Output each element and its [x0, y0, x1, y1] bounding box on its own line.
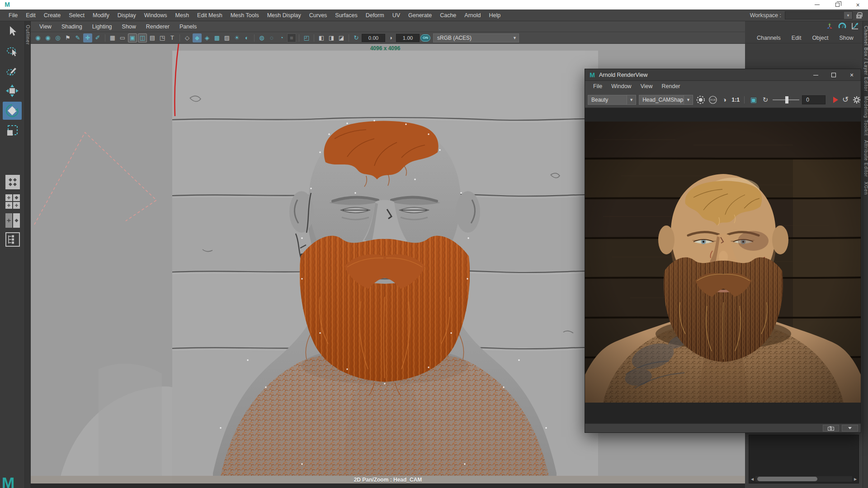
bookmark-icon[interactable]: ⚑: [63, 33, 72, 42]
tab-attribute-editor[interactable]: Attribute Editor: [863, 140, 868, 177]
arnold-renderview-window[interactable]: M Arnold RenderView × File Window View R…: [585, 69, 861, 433]
close-button[interactable]: ×: [848, 0, 868, 9]
camera-attributes-icon[interactable]: ◎: [53, 33, 62, 42]
textured-icon[interactable]: ▩: [212, 33, 222, 42]
exposure-field[interactable]: 0.00: [362, 34, 385, 42]
lasso-tool[interactable]: [3, 42, 22, 60]
tab-xgen[interactable]: XGen: [863, 182, 868, 195]
menu-curves[interactable]: Curves: [305, 12, 331, 19]
stacked-squares-icon[interactable]: ◧: [317, 33, 326, 42]
panel-menu-lighting[interactable]: Lighting: [87, 23, 117, 30]
arnold-title-bar[interactable]: M Arnold RenderView ×: [585, 69, 861, 81]
refresh-icon[interactable]: ↻: [352, 33, 361, 42]
layout-four-pane-button[interactable]: [5, 194, 21, 209]
background-checker-icon[interactable]: ◑: [720, 95, 729, 105]
workspace-dropdown[interactable]: ▼: [785, 11, 853, 19]
menu-help[interactable]: Help: [485, 12, 505, 19]
panel-menu-panels[interactable]: Panels: [175, 23, 202, 30]
restore-button[interactable]: [827, 0, 848, 9]
channel-object-menu[interactable]: Object: [807, 35, 834, 41]
film-gate-icon[interactable]: ▭: [118, 33, 127, 42]
horizontal-scrollbar[interactable]: ◀ ▶: [749, 476, 859, 482]
rotate-tool[interactable]: [3, 102, 22, 120]
menu-uv[interactable]: UV: [388, 12, 404, 19]
gamma-field[interactable]: 1.00: [396, 34, 420, 42]
menu-mesh[interactable]: Mesh: [171, 12, 193, 19]
menu-file[interactable]: File: [5, 12, 22, 19]
menu-cache[interactable]: Cache: [436, 12, 460, 19]
menu-deform[interactable]: Deform: [362, 12, 388, 19]
camera-dropdown[interactable]: Head_CAMShape ▼: [639, 95, 693, 105]
gate-mask-icon[interactable]: ◫: [138, 33, 147, 42]
panel-menu-view[interactable]: View: [34, 23, 57, 30]
pen-square-icon[interactable]: ◪: [337, 33, 346, 42]
channel-edit-menu[interactable]: Edit: [786, 35, 807, 41]
safe-title-icon[interactable]: T: [168, 33, 177, 42]
motion-blur-icon[interactable]: ◌: [267, 33, 276, 42]
tab-outliner[interactable]: Outliner: [25, 25, 31, 45]
safe-action-icon[interactable]: ◳: [158, 33, 167, 42]
wireframe-on-shaded-icon[interactable]: ◈: [203, 33, 212, 42]
menu-edit-mesh[interactable]: Edit Mesh: [193, 12, 226, 19]
grease-pencil-icon[interactable]: ✎: [73, 33, 82, 42]
isolate-select-icon[interactable]: ◰: [302, 33, 311, 42]
menu-windows[interactable]: Windows: [140, 12, 171, 19]
select-camera-icon[interactable]: ◉: [33, 33, 42, 42]
default-material-icon[interactable]: ▨: [222, 33, 231, 42]
menu-generate[interactable]: Generate: [404, 12, 436, 19]
anti-aliasing-icon[interactable]: ◔: [277, 33, 286, 42]
menu-mesh-tools[interactable]: Mesh Tools: [226, 12, 263, 19]
minimize-button[interactable]: [807, 0, 827, 9]
menu-select[interactable]: Select: [65, 12, 89, 19]
menu-edit[interactable]: Edit: [22, 12, 40, 19]
layout-outliner-button[interactable]: [5, 232, 21, 247]
pan-zoom-icon[interactable]: ✚: [83, 33, 92, 42]
paint-select-tool[interactable]: [3, 62, 22, 80]
brush-icon[interactable]: ✐: [93, 33, 102, 42]
scroll-right-icon[interactable]: ▶: [852, 477, 859, 481]
slider-thumb[interactable]: [785, 96, 788, 103]
layout-single-pane-button[interactable]: [5, 174, 21, 190]
resolution-gate-icon[interactable]: ▣: [128, 33, 137, 42]
grid-icon[interactable]: ▦: [108, 33, 117, 42]
channels-menu[interactable]: Channels: [751, 35, 786, 41]
wireframe-icon[interactable]: ◇: [183, 33, 192, 42]
debug-slider[interactable]: [773, 99, 799, 100]
menu-display[interactable]: Display: [113, 12, 140, 19]
arnold-render-area[interactable]: [585, 108, 861, 424]
aov-dropdown[interactable]: Beauty ▼: [588, 95, 636, 105]
snapshot-expand-button[interactable]: [842, 425, 858, 432]
field-chart-icon[interactable]: ▤: [148, 33, 157, 42]
exposure-toggle-icon[interactable]: ■: [287, 33, 296, 42]
arnold-menu-file[interactable]: File: [589, 83, 607, 89]
colorspace-dropdown[interactable]: sRGB (ACES) ▼: [433, 33, 519, 42]
arnold-close-button[interactable]: ×: [843, 69, 861, 81]
start-ipr-icon[interactable]: [833, 97, 838, 103]
color-management-toggle[interactable]: ON: [420, 34, 430, 42]
scrollbar-track[interactable]: [755, 476, 852, 482]
channel-show-menu[interactable]: Show: [834, 35, 859, 41]
lock-camera-icon[interactable]: ◉: [43, 33, 52, 42]
ssao-icon[interactable]: ◍: [257, 33, 266, 42]
menu-create[interactable]: Create: [40, 12, 65, 19]
tab-channel-box[interactable]: Channel Box / Layer Editor: [863, 26, 868, 92]
gear-icon[interactable]: [853, 95, 861, 104]
menu-arnold[interactable]: Arnold: [460, 12, 485, 19]
arnold-maximize-button[interactable]: [825, 69, 843, 81]
snapshot-camera-button[interactable]: [823, 425, 839, 432]
render-region-icon[interactable]: ▣: [749, 95, 758, 105]
panel-menu-renderer[interactable]: Renderer: [141, 23, 175, 30]
continuous-update-icon[interactable]: ↺: [841, 95, 850, 105]
panel-menu-shading[interactable]: Shading: [57, 23, 87, 30]
shadows-icon[interactable]: ◐: [242, 33, 251, 42]
panel-menu-show[interactable]: Show: [117, 23, 141, 30]
layout-two-pane-button[interactable]: [5, 213, 21, 228]
refresh-render-icon[interactable]: ↻: [761, 95, 770, 105]
scale-tool[interactable]: [3, 122, 22, 140]
debug-value-field[interactable]: 0: [802, 95, 825, 104]
arnold-menu-view[interactable]: View: [636, 83, 657, 89]
gauge-icon[interactable]: [838, 22, 846, 30]
arnold-menu-render[interactable]: Render: [657, 83, 685, 89]
menu-modify[interactable]: Modify: [89, 12, 113, 19]
stacked-squares-icon[interactable]: ◨: [327, 33, 336, 42]
